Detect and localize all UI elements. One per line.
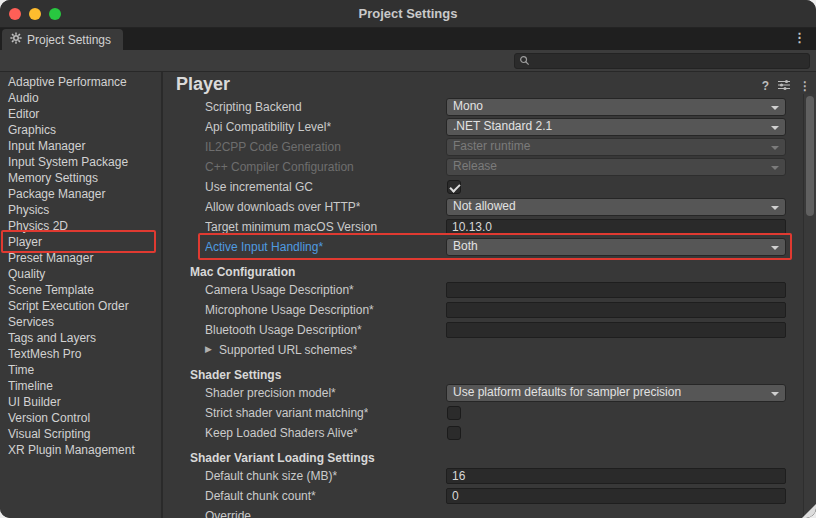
- keep-loaded-shaders-alive-checkbox[interactable]: [447, 426, 461, 440]
- sidebar-item-script-execution-order[interactable]: Script Execution Order: [0, 298, 161, 314]
- section-title: Shader Variant Loading Settings: [190, 451, 375, 465]
- search-box[interactable]: [514, 53, 810, 69]
- minimize-button[interactable]: [29, 8, 41, 20]
- section-title: Shader Settings: [190, 368, 281, 382]
- sidebar-item-physics[interactable]: Physics: [0, 202, 161, 218]
- sidebar-item-time[interactable]: Time: [0, 362, 161, 378]
- help-icon[interactable]: ?: [762, 79, 769, 93]
- allow-downloads-over-http-row: Allow downloads over HTTP* Not allowed: [166, 197, 803, 217]
- section-mac-configuration: Mac Configuration: [166, 262, 803, 280]
- use-incremental-gc-checkbox[interactable]: [447, 180, 461, 194]
- foldout-arrow-icon[interactable]: ▶: [205, 344, 212, 354]
- default-chunk-size-row: Default chunk size (MB)*: [166, 466, 803, 486]
- strict-shader-variant-matching-row: Strict shader variant matching*: [166, 403, 803, 423]
- api-compatibility-level-dropdown[interactable]: .NET Standard 2.1: [446, 118, 786, 136]
- target-minimum-macos-version-field[interactable]: [446, 219, 786, 235]
- sidebar-item-editor[interactable]: Editor: [0, 106, 161, 122]
- use-incremental-gc-row: Use incremental GC: [166, 177, 803, 197]
- shader-precision-model-dropdown[interactable]: Use platform defaults for sampler precis…: [446, 384, 786, 402]
- sidebar-item-player[interactable]: Player: [0, 234, 161, 250]
- dropdown-value: .NET Standard 2.1: [453, 119, 552, 133]
- search-input[interactable]: [533, 54, 805, 68]
- sidebar-item-audio[interactable]: Audio: [0, 90, 161, 106]
- zoom-button[interactable]: [49, 8, 61, 20]
- setting-label: Override: [205, 509, 251, 518]
- setting-label: Allow downloads over HTTP*: [205, 200, 360, 214]
- sidebar-item-visual-scripting[interactable]: Visual Scripting: [0, 426, 161, 442]
- toolbar: [0, 50, 816, 72]
- bluetooth-usage-description-field[interactable]: [446, 322, 786, 338]
- active-input-handling-row: Active Input Handling* Both: [166, 237, 803, 257]
- sidebar-item-adaptive-performance[interactable]: Adaptive Performance: [0, 74, 161, 90]
- sidebar-item-version-control[interactable]: Version Control: [0, 410, 161, 426]
- sidebar-item-quality[interactable]: Quality: [0, 266, 161, 282]
- search-icon: [519, 52, 530, 70]
- setting-label: Target minimum macOS Version: [205, 220, 377, 234]
- setting-label: Microphone Usage Description*: [205, 303, 374, 317]
- section-shader-settings: Shader Settings: [166, 365, 803, 383]
- setting-label: Default chunk size (MB)*: [205, 469, 337, 483]
- scripting-backend-row: Scripting Backend Mono: [166, 97, 803, 117]
- setting-label: IL2CPP Code Generation: [205, 140, 341, 154]
- active-input-handling-dropdown[interactable]: Both: [446, 238, 786, 256]
- window-controls: [9, 8, 61, 20]
- cpp-compiler-configuration-dropdown: Release: [446, 158, 786, 176]
- section-title: Mac Configuration: [190, 265, 295, 279]
- dropdown-value: Not allowed: [453, 199, 516, 213]
- sidebar-item-physics-2d[interactable]: Physics 2D: [0, 218, 161, 234]
- tab-project-settings[interactable]: Project Settings: [2, 29, 123, 50]
- window-title: Project Settings: [0, 0, 816, 28]
- sidebar-item-scene-template[interactable]: Scene Template: [0, 282, 161, 298]
- setting-label: Scripting Backend: [205, 100, 302, 114]
- default-chunk-size-field[interactable]: [446, 468, 786, 484]
- scripting-backend-dropdown[interactable]: Mono: [446, 98, 786, 116]
- camera-usage-description-field[interactable]: [446, 282, 786, 298]
- strict-shader-variant-matching-checkbox[interactable]: [447, 406, 461, 420]
- vertical-scrollbar[interactable]: [803, 94, 816, 518]
- close-button[interactable]: [9, 8, 21, 20]
- il2cpp-code-generation-row: IL2CPP Code Generation Faster runtime: [166, 137, 803, 157]
- header-icons: ? ⋮: [762, 77, 811, 95]
- sidebar-item-xr-plugin-management[interactable]: XR Plugin Management: [0, 442, 161, 458]
- window-resize-grip[interactable]: [802, 504, 816, 518]
- kebab-menu-icon[interactable]: ⋮: [799, 79, 811, 93]
- scrollbar-thumb[interactable]: [806, 96, 814, 216]
- sidebar-item-input-system-package[interactable]: Input System Package: [0, 154, 161, 170]
- sidebar-item-memory-settings[interactable]: Memory Settings: [0, 170, 161, 186]
- supported-url-schemes-foldout[interactable]: ▶ Supported URL schemes*: [166, 340, 803, 360]
- sidebar-item-textmesh-pro[interactable]: TextMesh Pro: [0, 346, 161, 362]
- sidebar-item-ui-builder[interactable]: UI Builder: [0, 394, 161, 410]
- sidebar-item-graphics[interactable]: Graphics: [0, 122, 161, 138]
- setting-label: Default chunk count*: [205, 489, 316, 503]
- target-minimum-macos-version-row: Target minimum macOS Version: [166, 217, 803, 237]
- sidebar-item-preset-manager[interactable]: Preset Manager: [0, 250, 161, 266]
- il2cpp-code-generation-dropdown: Faster runtime: [446, 138, 786, 156]
- preset-sliders-icon[interactable]: [778, 77, 790, 95]
- setting-label: Active Input Handling*: [205, 240, 323, 254]
- setting-label: Use incremental GC: [205, 180, 313, 194]
- titlebar: Project Settings: [0, 0, 816, 28]
- api-compatibility-row: Api Compatibility Level* .NET Standard 2…: [166, 117, 803, 137]
- cpp-compiler-configuration-row: C++ Compiler Configuration Release: [166, 157, 803, 177]
- default-chunk-count-row: Default chunk count*: [166, 486, 803, 506]
- sidebar-item-services[interactable]: Services: [0, 314, 161, 330]
- microphone-usage-description-row: Microphone Usage Description*: [166, 300, 803, 320]
- sidebar-item-input-manager[interactable]: Input Manager: [0, 138, 161, 154]
- setting-label: Api Compatibility Level*: [205, 120, 331, 134]
- gear-icon: [10, 32, 22, 47]
- setting-label: Supported URL schemes*: [219, 343, 357, 357]
- tabbar-kebab-menu-icon[interactable]: ⋮: [793, 30, 806, 45]
- settings-sidebar: Adaptive Performance Audio Editor Graphi…: [0, 72, 163, 518]
- page-title: Player: [176, 72, 230, 96]
- default-chunk-count-field[interactable]: [446, 488, 786, 504]
- microphone-usage-description-field[interactable]: [446, 302, 786, 318]
- setting-label: Strict shader variant matching*: [205, 406, 368, 420]
- allow-downloads-over-http-dropdown[interactable]: Not allowed: [446, 198, 786, 216]
- section-shader-variant-loading-settings: Shader Variant Loading Settings: [166, 448, 803, 466]
- keep-loaded-shaders-alive-row: Keep Loaded Shaders Alive*: [166, 423, 803, 443]
- camera-usage-description-row: Camera Usage Description*: [166, 280, 803, 300]
- sidebar-item-package-manager[interactable]: Package Manager: [0, 186, 161, 202]
- project-settings-window: Project Settings Project Settings ⋮: [0, 0, 816, 518]
- sidebar-item-timeline[interactable]: Timeline: [0, 378, 161, 394]
- sidebar-item-tags-and-layers[interactable]: Tags and Layers: [0, 330, 161, 346]
